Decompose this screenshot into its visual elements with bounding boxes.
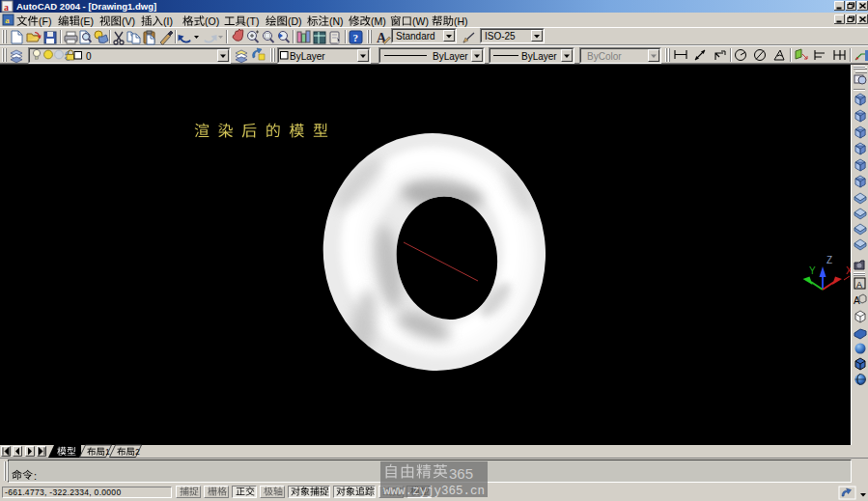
- svg-text:(T): (T): [246, 15, 259, 27]
- svg-text:(E): (E): [80, 15, 94, 27]
- svg-text:ISO-25: ISO-25: [485, 31, 516, 42]
- svg-text:0: 0: [86, 51, 92, 62]
- svg-text::: :: [34, 470, 37, 482]
- svg-text:(M): (M): [371, 15, 386, 27]
- svg-text:ByLayer: ByLayer: [521, 51, 557, 62]
- svg-text:Y: Y: [809, 265, 816, 276]
- svg-text:a: a: [4, 2, 9, 13]
- svg-text:(O): (O): [205, 15, 219, 27]
- svg-text:365: 365: [449, 465, 473, 482]
- svg-text:(V): (V): [122, 15, 135, 27]
- svg-text:Standard: Standard: [396, 31, 435, 42]
- svg-text:Z: Z: [826, 255, 832, 265]
- svg-text:ByLayer: ByLayer: [433, 51, 468, 62]
- svg-text:ByColor: ByColor: [587, 51, 622, 62]
- svg-text:A: A: [856, 280, 862, 290]
- svg-text:1: 1: [105, 447, 110, 457]
- svg-text:X: X: [846, 265, 853, 276]
- svg-text:2: 2: [135, 447, 140, 457]
- svg-text:(D): (D): [288, 15, 302, 27]
- svg-text:www.zyjy365.cn: www.zyjy365.cn: [383, 485, 485, 498]
- svg-text:ByLayer: ByLayer: [290, 51, 325, 62]
- svg-text:(W): (W): [412, 15, 429, 27]
- svg-text:(N): (N): [329, 15, 344, 27]
- svg-text:AutoCAD 2004 - [Drawing1.dwg]: AutoCAD 2004 - [Drawing1.dwg]: [16, 1, 156, 12]
- svg-text:a: a: [5, 15, 10, 25]
- svg-text:?: ?: [353, 32, 359, 43]
- svg-text:(H): (H): [454, 15, 468, 27]
- svg-text:(F): (F): [39, 15, 51, 27]
- svg-text:-661.4773, -322.2334, 0.0000: -661.4773, -322.2334, 0.0000: [5, 487, 121, 497]
- svg-text:(I): (I): [163, 15, 173, 27]
